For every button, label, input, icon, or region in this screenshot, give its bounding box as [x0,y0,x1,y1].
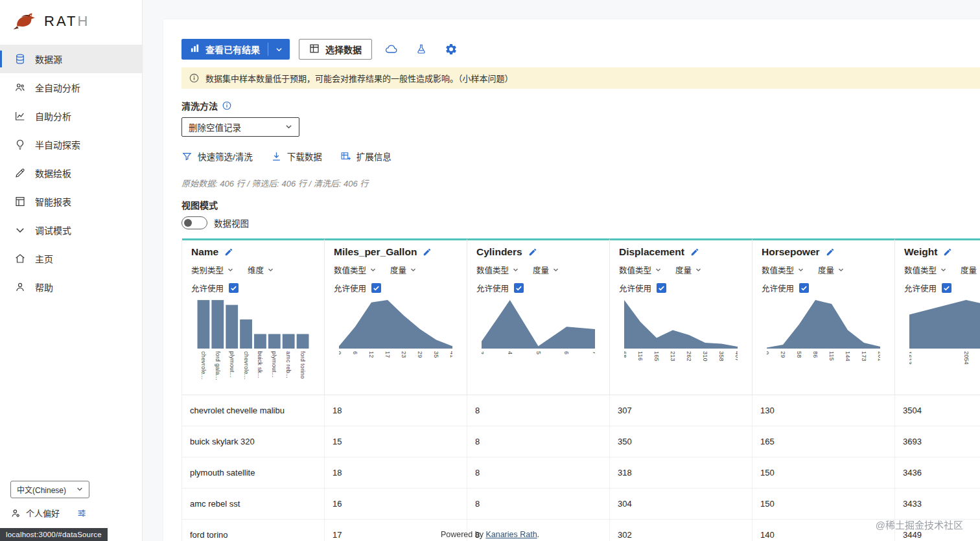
chart-x-label: 7 [592,351,595,354]
gear-icon[interactable] [441,39,461,60]
chart-x-label: 262 [686,351,692,362]
allow-use-checkbox[interactable] [799,283,809,293]
field-role-select[interactable]: 度量 [390,264,416,276]
field-header-Name: Name类别类型维度允许使用chevrole...ford gala...ply… [182,238,325,395]
allow-use-row: 允许使用 [476,282,600,294]
edit-pencil-icon[interactable] [826,247,835,257]
sidebar-item-debug-mode[interactable]: 调试模式 [0,216,142,244]
table-rows: chevrolet chevelle malibu1883071303504bu… [182,395,980,541]
chevron-down-icon[interactable] [268,39,290,60]
field-header-Displacement: Displacement数值类型度量允许使用681161652132623103… [610,238,752,395]
table-cell: buick skylark 320 [182,426,325,457]
sidebar-item-auto-analysis[interactable]: 全自动分析 [0,73,142,102]
sidebar-item-self-analysis[interactable]: 自助分析 [0,102,142,130]
chevron-down-icon [14,224,26,236]
sidebar-item-help[interactable]: 帮助 [0,273,142,301]
kanaries-rath-link[interactable]: Kanaries Rath [485,530,537,539]
field-chart-labels: 68116165213262310358407 [624,351,738,391]
edit-pencil-icon[interactable] [943,247,952,257]
field-type-select[interactable]: 数值类型 [904,264,946,276]
person-icon [14,281,26,293]
allow-use-checkbox[interactable] [229,283,239,293]
table-cell: amc rebel sst [182,489,325,519]
view-results-split-button[interactable]: 查看已有结果 [181,39,290,60]
chevron-down-icon [838,266,844,275]
chart-x-label: amc reb... [285,351,292,378]
chart-x-label: 12 [368,351,375,358]
extend-info-button[interactable]: 扩展信息 [340,150,391,163]
allow-use-checkbox[interactable] [514,283,524,293]
field-chart-labels: 34567 [482,351,595,391]
language-select[interactable]: 中文(Chinese) [10,481,89,498]
table-row: plymouth satellite1883181503436 [182,457,980,489]
sidebar-item-semi-auto-explore[interactable]: 半自动探索 [0,130,142,159]
content-card: 查看已有结果 选择数据 [163,19,980,541]
table-cell: 140 [752,520,895,541]
edit-pencil-icon[interactable] [224,247,233,257]
chart-x-label: chevrole... [243,351,250,380]
chart-x-label: 29 [780,351,786,358]
data-view-toggle[interactable] [181,216,207,229]
field-role-select[interactable]: 度量 [675,264,701,276]
field-type-select[interactable]: 数值类型 [334,264,376,276]
field-selects: 数值类型度量 [904,264,980,276]
chart-x-label: 165 [653,351,660,362]
chart-x-label: 58 [796,351,802,358]
field-role-select[interactable]: 度量 [533,264,559,276]
report-icon [14,196,26,207]
cloud-icon[interactable] [381,39,402,60]
home-icon [14,253,26,264]
allow-use-checkbox[interactable] [371,283,381,293]
sidebar-item-smart-report[interactable]: 智能报表 [0,187,142,216]
edit-pencil-icon[interactable] [690,247,699,257]
select-data-button[interactable]: 选择数据 [299,39,372,60]
preferences-label: 个人偏好 [26,507,60,519]
sidebar-item-home[interactable]: 主页 [0,244,142,273]
allow-use-label: 允许使用 [191,282,224,294]
table-cell: 130 [752,395,895,426]
chart-x-label: 173 [861,351,867,362]
sidebar-item-data-source[interactable]: 数据源 [0,45,142,73]
field-role-select[interactable]: 度量 [818,264,844,276]
chart-x-label: 3 [482,351,485,354]
view-results-label: 查看已有结果 [205,43,260,56]
edit-pencil-icon[interactable] [528,247,537,257]
preferences-button[interactable]: 个人偏好 [10,507,132,519]
allow-use-label: 允许使用 [476,282,509,294]
download-data-button[interactable]: 下载数据 [271,150,322,163]
database-icon [14,53,26,65]
chevron-down-icon [285,122,292,132]
allow-use-checkbox[interactable] [942,283,951,293]
table-cell: chevrolet chevelle malibu [182,395,325,426]
field-title: Horsepower [762,246,885,258]
field-title: Cylinders [476,246,600,258]
info-icon[interactable] [222,101,231,110]
field-type-select[interactable]: 类别类型 [191,264,233,276]
select-data-label: 选择数据 [325,43,362,56]
warning-text: 数据集中样本数量低于预期，可能会对推荐结果的一般性造成影响。（小样本问题） [205,72,513,84]
brand[interactable]: RATH [0,0,142,45]
sidebar-item-data-painter[interactable]: 数据绘板 [0,159,142,187]
beaker-icon[interactable] [411,39,432,60]
allow-use-checkbox[interactable] [657,283,666,293]
sidebar-item-label: 主页 [35,252,53,265]
table-plus-icon [340,151,351,162]
quick-filter-button[interactable]: 快速筛选/清洗 [181,150,253,163]
field-role-select[interactable]: 维度 [248,264,274,276]
table-cell: 165 [752,426,895,457]
sliders-icon[interactable] [76,508,87,518]
chart-x-label: 23 [401,351,407,358]
chart-x-label: 1613 [909,351,913,365]
allow-use-label: 允许使用 [619,282,651,294]
chevron-down-icon [655,266,661,275]
bar-chart-icon [190,43,200,55]
edit-pencil-icon[interactable] [423,247,432,257]
field-type-select[interactable]: 数值类型 [762,264,804,276]
field-role-select[interactable]: 度量 [961,264,980,276]
cleaning-method-select[interactable]: 删除空值记录 [181,117,299,137]
table-cell: 318 [610,457,752,488]
field-type-select[interactable]: 数值类型 [476,264,519,276]
sidebar-item-label: 智能报表 [35,195,71,208]
table-cell: 8 [467,426,610,457]
field-type-select[interactable]: 数值类型 [619,264,661,276]
